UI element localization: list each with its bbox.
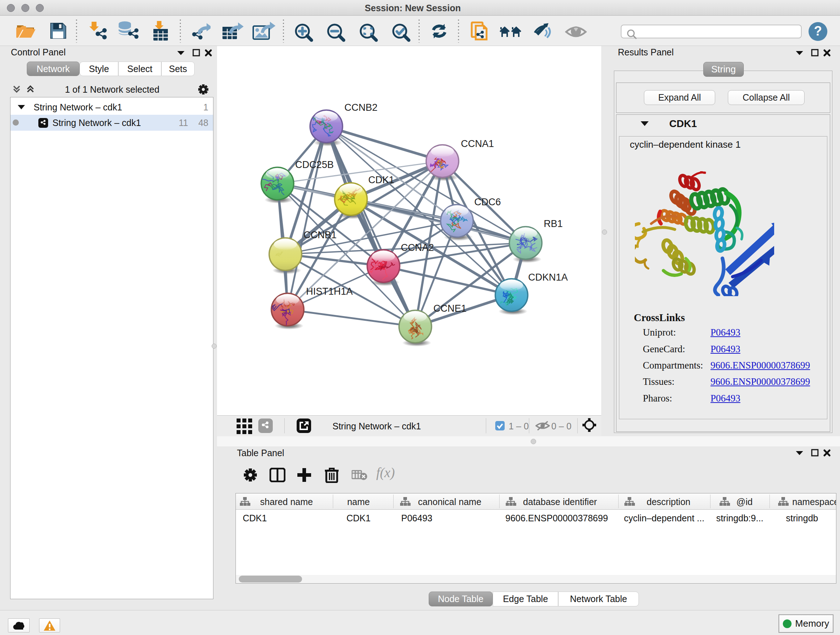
svg-text:CCNB1: CCNB1 — [303, 230, 337, 241]
svg-text:CCNA2: CCNA2 — [401, 242, 434, 253]
svg-text:CDK1: CDK1 — [368, 174, 394, 185]
svg-text:CDC6: CDC6 — [474, 196, 501, 207]
svg-text:CDKN1A: CDKN1A — [528, 272, 568, 283]
svg-text:CCNE1: CCNE1 — [433, 303, 467, 314]
svg-text:RB1: RB1 — [544, 218, 563, 229]
svg-text:HIST1H1A: HIST1H1A — [306, 286, 353, 297]
svg-text:CDC25B: CDC25B — [295, 159, 334, 170]
svg-text:CCNA1: CCNA1 — [461, 138, 494, 149]
svg-text:CCNB2: CCNB2 — [344, 102, 378, 113]
svg-text:?: ? — [814, 24, 822, 38]
